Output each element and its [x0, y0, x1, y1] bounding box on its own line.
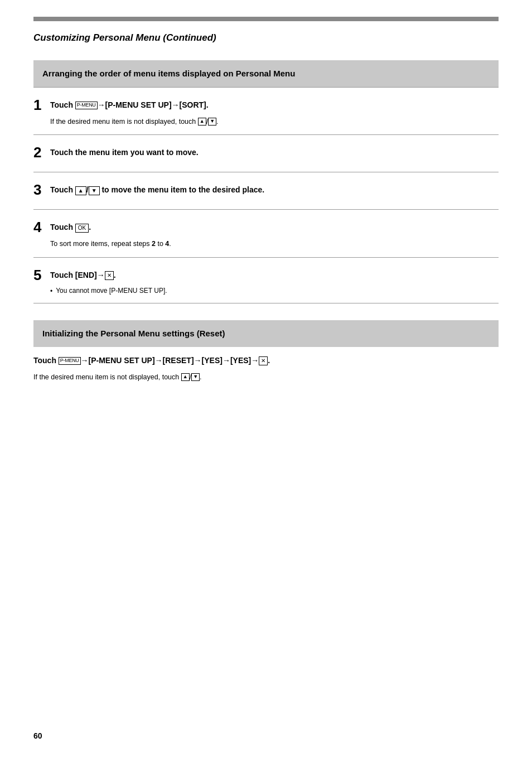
- step-2-number: 2: [33, 145, 46, 160]
- arrow-down-icon-3: ▼: [89, 186, 100, 195]
- arrow-down-icon-1: ▼: [208, 118, 216, 126]
- page-container: Customizing Personal Menu (Continued) Ar…: [0, 0, 532, 757]
- section2-note: If the desired menu item is not displaye…: [33, 372, 499, 383]
- pmenu-icon-2: P-MENU: [59, 357, 81, 365]
- section2: Initializing the Personal Menu settings …: [33, 320, 499, 390]
- step-1-header: 1 Touch P-MENU→[P-MENU SET UP]→[SORT].: [33, 98, 499, 112]
- step-3-title: Touch ▲/▼ to move the menu item to the d…: [50, 182, 264, 196]
- step-5-block: 5 Touch [END]→✕. • You cannot move [P-ME…: [33, 258, 499, 303]
- step-1-title: Touch P-MENU→[P-MENU SET UP]→[SORT].: [50, 98, 209, 111]
- step-4-block: 4 Touch OK. To sort more items, repeat s…: [33, 210, 499, 258]
- section2-step-text: Touch P-MENU→[P-MENU SET UP]→[RESET]→[YE…: [33, 355, 499, 367]
- top-bar: [33, 17, 499, 21]
- step-2-header: 2 Touch the menu item you want to move.: [33, 145, 499, 160]
- arrow-up-icon-3: ▲: [75, 186, 86, 195]
- steps-section: 1 Touch P-MENU→[P-MENU SET UP]→[SORT]. I…: [33, 87, 499, 304]
- step-2-title: Touch the menu item you want to move.: [50, 145, 199, 158]
- step-5-bullet-text: You cannot move [P-MENU SET UP].: [56, 287, 167, 295]
- step-4-header: 4 Touch OK.: [33, 220, 499, 234]
- pmenu-icon-1: P-MENU: [75, 102, 98, 109]
- section2-body: Touch P-MENU→[P-MENU SET UP]→[RESET]→[YE…: [33, 347, 499, 390]
- step-5-title: Touch [END]→✕.: [50, 268, 116, 281]
- step-4-body: To sort more items, repeat steps 2 to 4.: [50, 239, 499, 249]
- section1-header: Arranging the order of menu items displa…: [33, 60, 499, 87]
- page-title: Customizing Personal Menu (Continued): [33, 32, 499, 44]
- step-3-header: 3 Touch ▲/▼ to move the menu item to the…: [33, 182, 499, 197]
- x-icon-5: ✕: [105, 271, 114, 280]
- step-1-number: 1: [33, 98, 46, 112]
- step-5-number: 5: [33, 268, 46, 282]
- step-1-block: 1 Touch P-MENU→[P-MENU SET UP]→[SORT]. I…: [33, 88, 499, 136]
- x-icon-reset: ✕: [259, 356, 268, 365]
- bullet-dot-5: •: [50, 287, 52, 295]
- arrow-down-icon-2: ▼: [191, 373, 200, 381]
- section2-header-text: Initializing the Personal Menu settings …: [42, 328, 490, 339]
- step-4-title: Touch OK.: [50, 220, 91, 233]
- ok-icon-4: OK: [75, 224, 89, 233]
- step-1-body: If the desired menu item is not displaye…: [50, 117, 499, 127]
- step-3-block: 3 Touch ▲/▼ to move the menu item to the…: [33, 172, 499, 210]
- section1-header-text: Arranging the order of menu items displa…: [42, 68, 490, 79]
- step-2-block: 2 Touch the menu item you want to move.: [33, 135, 499, 172]
- step-3-number: 3: [33, 182, 46, 197]
- arrow-up-icon-2: ▲: [181, 373, 190, 381]
- step-5-bullet: • You cannot move [P-MENU SET UP].: [50, 287, 499, 295]
- arrow-up-icon-1: ▲: [198, 118, 206, 126]
- step-4-number: 4: [33, 220, 46, 234]
- step-5-header: 5 Touch [END]→✕.: [33, 268, 499, 282]
- section2-header: Initializing the Personal Menu settings …: [33, 320, 499, 347]
- page-number: 60: [33, 731, 42, 740]
